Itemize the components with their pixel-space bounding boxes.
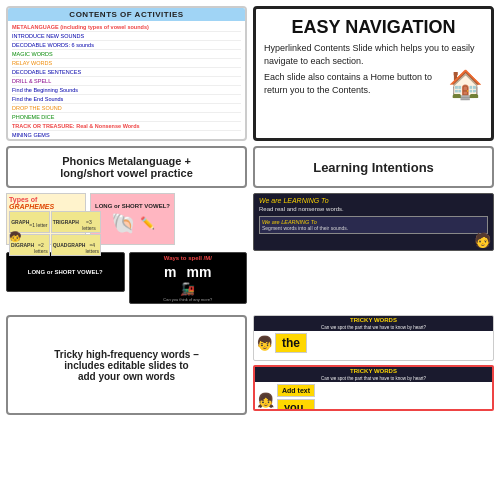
ws-caption: Can you think of any more? (163, 297, 212, 302)
ls-title: LONG or SHORT VOWEL? (95, 203, 170, 209)
ws-letter-m: m (164, 264, 176, 280)
list-item: RELAY WORDS (12, 59, 241, 68)
tricky-word-you: you (277, 399, 315, 411)
list-item: DECODABLE SENTENCES (12, 68, 241, 77)
phonics-label: Phonics Metalanguage + long/short vowel … (6, 146, 247, 188)
add-text-box[interactable]: Add text (277, 384, 315, 397)
shell-icon: 🐚 (111, 211, 136, 235)
list-item: DRILL & SPELL (12, 77, 241, 86)
contents-header: CONTENTS OF ACTIVITIES (8, 8, 245, 21)
li-inner-slide: We are LEARNING To Segment words into al… (259, 216, 488, 234)
kid-icon: 🧒 (9, 231, 21, 242)
ways-to-spell-slide: Ways to spell /M/ m mm 🚂 Can you think o… (129, 252, 248, 304)
learning-label: Learning Intentions (253, 146, 494, 188)
tricky-header-2: TRICKY WORDS (255, 367, 492, 375)
phonics-slides-column: Types of GRAPHEMES GRAPH=1 letter TRIGRA… (6, 193, 247, 308)
list-item: PHONEME DICE (12, 113, 241, 122)
easy-nav-bottom: Each slide also contains a Home button t… (264, 71, 483, 99)
li-slide-1: We are LEARNING To Read real and nonsens… (253, 193, 494, 251)
list-item: Find the End Sounds (12, 95, 241, 104)
list-item: DECODABLE WORDS: 6 sounds (12, 41, 241, 50)
li-header-1: We are LEARNING To (259, 197, 488, 204)
learning-slides-column: We are LEARNING To Read real and nonsens… (253, 193, 494, 308)
trigraph-cell: TRIGRAPH=3 letters (51, 211, 101, 233)
tricky-subheader-2: Can we spot the part that we have to kno… (255, 375, 492, 382)
contents-list: METALANGUAGE (including types of vowel s… (8, 21, 245, 141)
easy-nav-title: EASY NAVIGATION (264, 17, 483, 38)
li-inner-text: Segment words into all of their sounds. (262, 225, 485, 231)
long-short-black-slide: LONG or SHORT VOWEL? (6, 252, 125, 292)
ls-black-title: LONG or SHORT VOWEL? (28, 269, 103, 275)
contents-box: CONTENTS OF ACTIVITIES METALANGUAGE (inc… (6, 6, 247, 141)
ws-train: 🚂 (180, 282, 195, 296)
tricky-slides-column: TRICKY WORDS Can we spot the part that w… (253, 315, 494, 415)
long-short-slide: LONG or SHORT VOWEL? 🐚 ✏️ (90, 193, 175, 245)
list-item: Find the Beginning Sounds (12, 86, 241, 95)
list-item: MAGIC WORDS (12, 50, 241, 59)
easy-nav-box: EASY NAVIGATION Hyperlinked Contents Sli… (253, 6, 494, 141)
kid-tricky-icon: 👦 (256, 335, 273, 351)
list-item: METALANGUAGE (including types of vowel s… (12, 23, 241, 32)
tricky-body-1: 👦 the (254, 331, 493, 355)
eraser-icon: ✏️ (140, 216, 155, 230)
list-item: TRACK OR TREASURE: Real & Nonsense Words (12, 122, 241, 131)
list-item: MINING GEMS (12, 131, 241, 140)
tricky-slide-2: TRICKY WORDS Can we spot the part that w… (253, 365, 494, 411)
ws-letters: m mm (164, 264, 211, 280)
house-icon: 🏠 (448, 71, 483, 99)
bottom-label-text: Tricky high-frequency words – includes e… (54, 349, 198, 382)
ws-letter-mm: mm (187, 264, 212, 280)
person-icon: 🧑 (474, 232, 491, 248)
ws-title: Ways to spell /M/ (164, 255, 212, 261)
tricky-slide-1: TRICKY WORDS Can we spot the part that w… (253, 315, 494, 361)
bottom-label: Tricky high-frequency words – includes e… (6, 315, 247, 415)
phonics-label-text: Phonics Metalanguage + long/short vowel … (60, 155, 193, 179)
graphemes-slide: Types of GRAPHEMES GRAPH=1 letter TRIGRA… (6, 193, 86, 245)
quadgraph-cell: QUADGRAPH=4 letters (51, 234, 101, 256)
list-item: INTRODUCE NEW SOUNDS (12, 32, 241, 41)
list-item: DROP THE SOUND (12, 104, 241, 113)
easy-nav-text1: Hyperlinked Contents Slide which helps y… (264, 42, 483, 67)
tricky-subheader-1: Can we spot the part that we have to kno… (254, 324, 493, 331)
kid-right-icon: 👧 (257, 392, 274, 408)
li-text-1: Read real and nonsense words. (259, 206, 488, 214)
tricky-header-1: TRICKY WORDS (254, 316, 493, 324)
tricky-word-the: the (275, 333, 307, 353)
learning-label-text: Learning Intentions (313, 160, 434, 175)
graph-cell: GRAPH=1 letter (9, 211, 50, 233)
graphemes-title: Types of GRAPHEMES (9, 196, 83, 210)
easy-nav-text2: Each slide also contains a Home button t… (264, 71, 442, 96)
tricky-body-2: 👧 Add text you (255, 382, 492, 411)
